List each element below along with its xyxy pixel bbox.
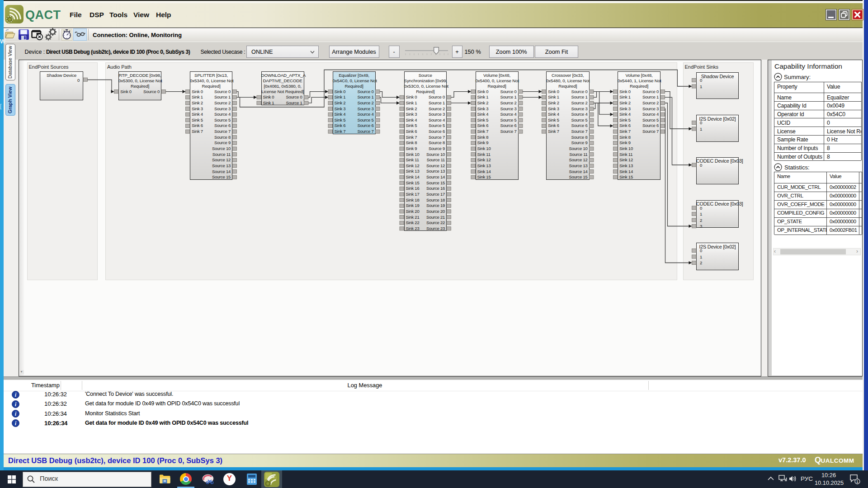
svg-text:i: i: [15, 392, 17, 398]
svg-text:i: i: [15, 401, 17, 408]
svg-text:1: 1: [856, 479, 859, 484]
svg-text:i: i: [15, 411, 17, 417]
svg-text:i: i: [15, 420, 17, 427]
